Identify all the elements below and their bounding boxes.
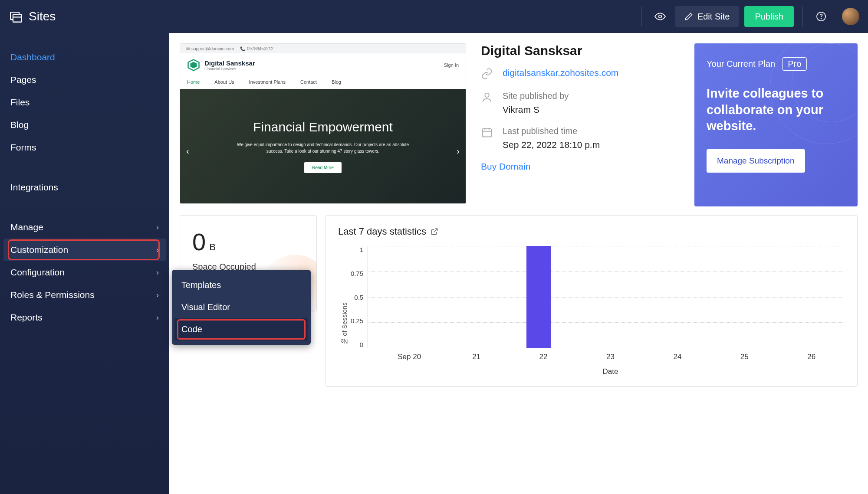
svg-rect-9 — [483, 129, 492, 137]
svg-marker-7 — [191, 62, 197, 69]
buy-domain-link[interactable]: Buy Domain — [481, 161, 618, 172]
preview-hero-title: Financial Empowerment — [253, 120, 393, 134]
chart-xlabel: Date — [351, 367, 845, 376]
submenu-item-code[interactable]: Code — [174, 318, 308, 340]
chart-yaxis: 1 0.75 0.5 0.25 0 — [351, 246, 368, 348]
submenu-item-templates[interactable]: Templates — [172, 274, 311, 296]
publish-button[interactable]: Publish — [744, 6, 794, 27]
avatar[interactable] — [842, 8, 859, 25]
sidebar-item-blog[interactable]: Blog — [0, 114, 169, 136]
external-link-icon[interactable] — [431, 228, 438, 236]
plan-current-label: Your Current Plan — [707, 59, 775, 69]
plan-badge: Pro — [782, 57, 807, 71]
bar — [526, 246, 551, 348]
sites-icon — [9, 9, 23, 24]
preview-logo-icon — [187, 59, 200, 72]
chevron-right-icon: › — [156, 245, 159, 255]
sidebar-item-roles-permissions[interactable]: Roles & Permissions› — [0, 284, 169, 306]
main: ✉ support@domain.com 📞 09786453212 Digit… — [169, 33, 868, 494]
stats-card: Last 7 days statistics № of Sessions 1 0… — [326, 215, 858, 387]
calendar-icon — [481, 126, 493, 138]
sidebar-item-configuration[interactable]: Configuration› — [0, 261, 169, 284]
site-preview[interactable]: ✉ support@domain.com 📞 09786453212 Digit… — [180, 43, 466, 204]
preview-hero: ‹ Financial Empowerment We give equal im… — [180, 89, 466, 203]
sidebar-item-dashboard[interactable]: Dashboard — [0, 46, 169, 69]
chevron-right-icon: › — [156, 291, 159, 300]
eye-icon — [654, 11, 666, 22]
preview-nav: Home About Us Investment Plans Contact B… — [180, 77, 466, 89]
carousel-next-icon: › — [457, 146, 460, 156]
topbar: Sites Edit Site Publish — [0, 0, 868, 33]
edit-site-button[interactable]: Edit Site — [675, 6, 739, 27]
sidebar-item-files[interactable]: Files — [0, 91, 169, 114]
svg-rect-1 — [13, 15, 22, 22]
site-url[interactable]: digitalsanskar.zohosites.com — [503, 68, 618, 78]
sidebar-item-forms[interactable]: Forms — [0, 136, 169, 159]
carousel-prev-icon: ‹ — [186, 146, 189, 156]
preview-hero-text: We give equal importance to design and t… — [236, 141, 410, 154]
svg-line-19 — [434, 229, 437, 232]
sidebar-item-manage[interactable]: Manage› — [0, 216, 169, 239]
sidebar-item-reports[interactable]: Reports› — [0, 306, 169, 329]
preview-brand: Digital Sansksar — [204, 59, 255, 67]
site-info: Digital Sansksar digitalsanskar.zohosite… — [481, 43, 618, 206]
pencil-icon — [684, 12, 693, 21]
chevron-right-icon: › — [156, 313, 159, 322]
preview-readmore-button: Read More — [304, 162, 341, 173]
app-title: Sites — [29, 10, 56, 23]
plan-card: Your Current Plan Pro Invite colleagues … — [694, 43, 858, 206]
submenu-item-visual-editor[interactable]: Visual Editor — [172, 296, 311, 318]
space-value: 0 — [192, 228, 206, 256]
preview-email: ✉ support@domain.com — [186, 46, 234, 51]
help-button[interactable] — [812, 7, 831, 26]
stats-title: Last 7 days statistics — [338, 226, 426, 237]
sidebar: Dashboard Pages Files Blog Forms Integra… — [0, 33, 169, 494]
chevron-right-icon: › — [156, 268, 159, 277]
link-icon — [481, 68, 493, 80]
help-icon — [816, 11, 826, 22]
last-published-label: Last published time — [503, 126, 600, 136]
sidebar-item-integrations[interactable]: Integrations — [0, 176, 169, 199]
chart: № of Sessions 1 0.75 0.5 0.25 0 — [338, 246, 845, 376]
preview-phone: 📞 09786453212 — [240, 46, 273, 51]
plan-headline: Invite colleagues to collaborate on your… — [707, 85, 845, 134]
svg-point-3 — [659, 15, 662, 18]
last-published-value: Sep 22, 2022 18:10 p.m — [503, 140, 600, 150]
sidebar-item-customization[interactable]: Customization› — [3, 239, 166, 261]
preview-brand-sub: Financial Services — [204, 67, 255, 71]
preview-button[interactable] — [651, 7, 670, 26]
site-title: Digital Sansksar — [481, 43, 618, 58]
space-unit: B — [209, 242, 216, 253]
app-logo[interactable]: Sites — [9, 9, 56, 24]
customization-submenu: Templates Visual Editor Code — [172, 270, 311, 345]
user-icon — [481, 91, 493, 103]
sidebar-item-pages[interactable]: Pages — [0, 69, 169, 91]
manage-subscription-button[interactable]: Manage Subscription — [707, 149, 805, 173]
published-by-label: Site published by — [503, 91, 569, 101]
chart-xaxis: Sep 20212223242526 — [351, 353, 845, 361]
chart-area — [368, 246, 845, 348]
svg-point-5 — [821, 19, 822, 19]
chevron-right-icon: › — [156, 223, 159, 232]
chart-ylabel: № of Sessions — [338, 246, 351, 376]
published-by-value: Vikram S — [503, 105, 569, 115]
preview-signin: Sign In — [444, 62, 459, 68]
svg-point-8 — [485, 93, 489, 97]
